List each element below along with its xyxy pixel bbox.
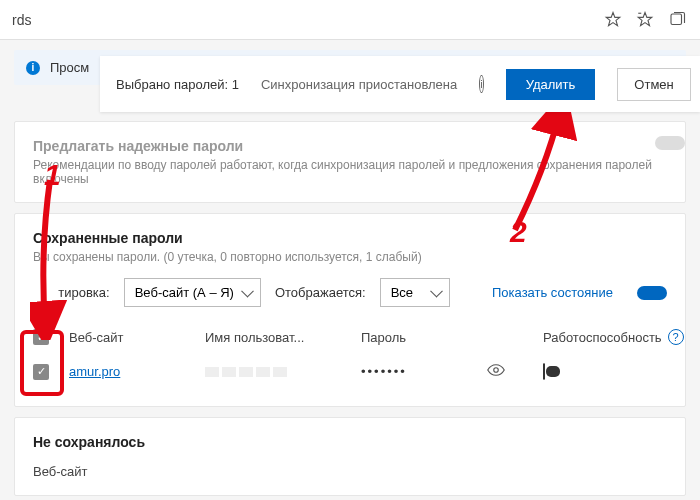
show-status-link[interactable]: Показать состояние xyxy=(492,285,613,300)
suggest-title: Предлагать надежные пароли xyxy=(33,138,667,154)
selected-count: Выбрано паролей: 1 xyxy=(116,77,239,92)
never-col-site: Веб-сайт xyxy=(33,464,667,479)
info-text: Просм xyxy=(50,60,89,75)
table-header: ✓ Веб-сайт Имя пользоват... Пароль Работ… xyxy=(33,321,667,353)
delete-button[interactable]: Удалить xyxy=(506,69,596,100)
show-select[interactable]: Все xyxy=(380,278,450,307)
username-masked xyxy=(205,367,355,377)
sync-status: Синхронизация приостановлена xyxy=(261,77,457,92)
show-label: Отображается: xyxy=(275,285,366,300)
saved-passwords-card: Сохраненные пароли Вы сохранены пароли. … xyxy=(14,213,686,407)
suggest-toggle[interactable] xyxy=(655,136,685,150)
svg-rect-1 xyxy=(671,14,682,25)
help-icon[interactable]: ? xyxy=(668,329,684,345)
sort-label: тировка: xyxy=(33,285,110,300)
svg-point-2 xyxy=(494,368,499,373)
url-fragment[interactable]: rds xyxy=(12,12,592,28)
suggest-passwords-card: Предлагать надежные пароли Рекомендации … xyxy=(14,121,686,203)
saved-title: Сохраненные пароли xyxy=(33,230,667,246)
col-pass: Пароль xyxy=(361,330,481,345)
selection-action-bar: Выбрано паролей: 1 Синхронизация приоста… xyxy=(100,56,700,112)
info-icon: i xyxy=(26,61,40,75)
reveal-password-icon[interactable] xyxy=(487,361,537,382)
never-title: Не сохранялось xyxy=(33,434,667,450)
sort-select[interactable]: Веб-сайт (А – Я) xyxy=(124,278,261,307)
collections-icon[interactable] xyxy=(666,9,688,31)
password-masked: ••••••• xyxy=(361,364,481,379)
filter-row: тировка: Веб-сайт (А – Я) Отображается: … xyxy=(33,278,667,307)
info-circle-icon[interactable]: i xyxy=(479,75,483,93)
col-health: Работоспособность xyxy=(543,330,662,345)
col-site: Веб-сайт xyxy=(69,330,199,345)
address-bar: rds xyxy=(0,0,700,40)
saved-summary: Вы сохранены пароли. (0 утечка, 0 повтор… xyxy=(33,250,667,264)
site-link[interactable]: amur.pro xyxy=(69,364,199,379)
favorites-icon[interactable] xyxy=(634,9,656,31)
health-indicator xyxy=(543,363,545,380)
never-saved-card: Не сохранялось Веб-сайт xyxy=(14,417,686,496)
status-toggle[interactable] xyxy=(637,286,667,300)
table-row: ✓ amur.pro ••••••• xyxy=(33,353,667,390)
star-add-icon[interactable] xyxy=(602,9,624,31)
col-user: Имя пользоват... xyxy=(205,330,355,345)
select-all-checkbox[interactable]: ✓ xyxy=(33,329,49,345)
row-checkbox[interactable]: ✓ xyxy=(33,364,49,380)
suggest-sub: Рекомендации по вводу паролей работают, … xyxy=(33,158,667,186)
cancel-button[interactable]: Отмен xyxy=(617,68,690,101)
passwords-table: ✓ Веб-сайт Имя пользоват... Пароль Работ… xyxy=(33,321,667,390)
